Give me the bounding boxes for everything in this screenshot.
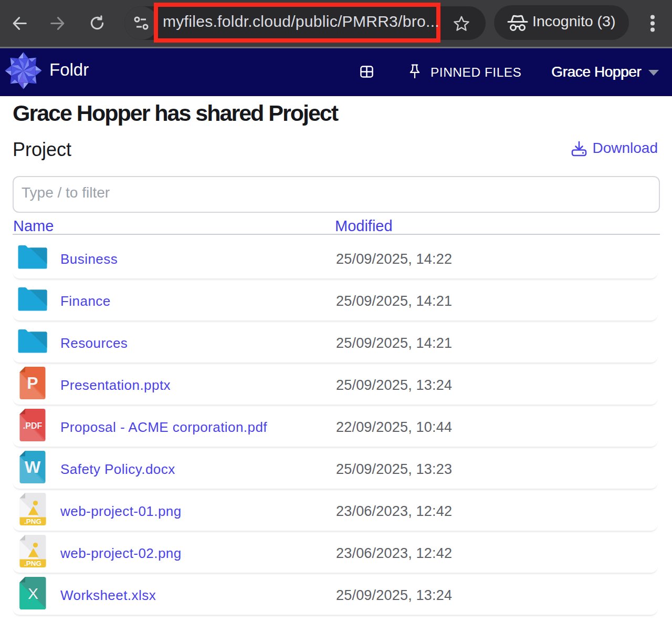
svg-text:P: P (27, 374, 38, 392)
svg-text:W: W (25, 458, 41, 477)
svg-text:.PDF: .PDF (23, 421, 43, 430)
svg-text:X: X (28, 585, 38, 602)
svg-text:.PNG: .PNG (24, 518, 41, 525)
svg-text:.PNG: .PNG (24, 560, 41, 567)
